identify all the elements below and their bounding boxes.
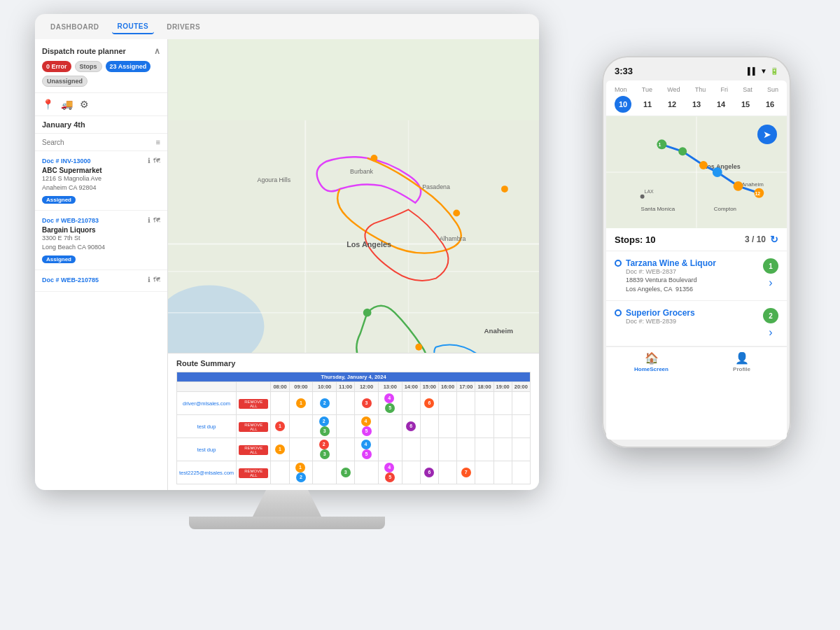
stop-item-0: Doc # INV-13000 ℹ 🗺 ABC Supermarket 1216… xyxy=(35,151,167,211)
bottom-btn-home[interactable]: 🏠 HomeScreen xyxy=(606,351,696,372)
phone-stop-card-1: Superior Grocers Doc #: WEB-2839 2 › xyxy=(606,301,787,346)
sidebar-items-list: Doc # INV-13000 ℹ 🗺 ABC Supermarket 1216… xyxy=(35,151,167,490)
monitor-screen: DASHBOARD ROUTES DRIVERS Dispatch route … xyxy=(35,14,539,490)
wifi-icon: ▼ xyxy=(760,67,767,75)
phone-stop-1-circle xyxy=(615,309,622,316)
stop-1-status: Assigned xyxy=(42,255,76,263)
sidebar-badges: 0 Error Stops 23 Assigned Unassigned xyxy=(42,61,160,87)
phone-stop-0-name[interactable]: Tarzana Wine & Liquor xyxy=(626,258,716,268)
cal-date-15[interactable]: 15 xyxy=(737,96,754,113)
cal-date-10[interactable]: 10 xyxy=(615,96,631,113)
svg-text:LAX: LAX xyxy=(645,189,654,194)
col-action xyxy=(237,382,271,392)
svg-text:12: 12 xyxy=(755,191,760,196)
phone-outer: 3:33 ▌▌ ▼ 🔋 Mon Tue Wed Thu Fri Sa xyxy=(602,56,791,448)
cal-day-sat: Sat xyxy=(743,86,752,93)
phone-stop-1-details: Superior Grocers Doc #: WEB-2839 xyxy=(626,308,695,326)
cal-date-14[interactable]: 14 xyxy=(713,96,729,113)
cal-date-11[interactable]: 11 xyxy=(639,96,656,113)
stop-2-map-icon[interactable]: 🗺 xyxy=(153,276,160,284)
cal-day-thu: Thu xyxy=(695,86,706,93)
phone-stop-1-doc: Doc #: WEB-2839 xyxy=(626,318,695,325)
phone-stop-1-right: 2 › xyxy=(763,308,778,339)
monitor-content: Dispatch route planner ∧ 0 Error Stops 2… xyxy=(35,39,539,490)
phone-stop-1-content: Superior Grocers Doc #: WEB-2839 xyxy=(615,308,763,326)
svg-text:Burbank: Burbank xyxy=(350,168,373,175)
sidebar-icons-row: 📍 🚚 ⚙ xyxy=(35,93,167,116)
search-input[interactable] xyxy=(42,139,153,146)
stop-2-info-icon[interactable]: ℹ xyxy=(148,276,150,284)
svg-text:Los Angeles: Los Angeles xyxy=(346,240,391,248)
monitor-base xyxy=(189,517,385,529)
stop-0-name: ABC Supermarket xyxy=(42,167,160,174)
refresh-icon[interactable]: ↻ xyxy=(770,234,778,245)
truck-icon[interactable]: 🚚 xyxy=(61,99,73,110)
col-08: 08:00 xyxy=(271,382,289,392)
cal-date-13[interactable]: 13 xyxy=(688,96,705,113)
badge-assigned: 23 Assigned xyxy=(106,61,151,72)
phone-stops-bar: Stops: 10 3 / 10 ↻ xyxy=(606,228,787,251)
sidebar-search-row: ≡ xyxy=(35,134,167,151)
tab-routes[interactable]: ROUTES xyxy=(112,20,155,34)
driver-2-remove[interactable]: REMOVE ALL xyxy=(237,438,271,461)
navigation-arrow[interactable]: ➤ xyxy=(757,125,777,144)
phone-stop-1-chevron[interactable]: › xyxy=(769,326,772,339)
cal-date-16[interactable]: 16 xyxy=(762,96,778,113)
sidebar-header: Dispatch route planner ∧ 0 Error Stops 2… xyxy=(35,39,167,93)
cal-date-12[interactable]: 12 xyxy=(664,96,680,113)
phone-stop-1-name[interactable]: Superior Grocers xyxy=(626,308,695,318)
stop-item-0-header: Doc # INV-13000 ℹ 🗺 xyxy=(42,157,160,164)
phone-map: Los Angeles Santa Monica Compton Anaheim xyxy=(606,116,787,228)
phone-calendar: Mon Tue Wed Thu Fri Sat Sun 10 11 12 13 … xyxy=(606,80,787,116)
svg-text:Anaheim: Anaheim xyxy=(742,181,764,188)
driver-0-remove[interactable]: REMOVE ALL xyxy=(237,392,271,415)
route-summary: Route Summary Thursday, January 4, 2024 … xyxy=(168,353,539,490)
svg-point-32 xyxy=(713,167,722,177)
col-17: 17:00 xyxy=(457,382,475,392)
col-09: 09:00 xyxy=(289,382,313,392)
cal-day-fri: Fri xyxy=(721,86,729,93)
driver-1-remove[interactable]: REMOVE ALL xyxy=(237,415,271,438)
svg-text:Anaheim: Anaheim xyxy=(484,327,513,335)
col-10: 10:00 xyxy=(313,382,337,392)
stop-0-map-icon[interactable]: 🗺 xyxy=(153,157,160,164)
route-table-date-header: Thursday, January 4, 2024 xyxy=(177,372,531,382)
stop-item-1-header: Doc # WEB-210783 ℹ 🗺 xyxy=(42,216,160,224)
stops-counter: 3 / 10 ↻ xyxy=(745,234,778,245)
col-20: 20:00 xyxy=(512,382,530,392)
sidebar-title-text: Dispatch route planner xyxy=(42,47,126,55)
driver-3-remove[interactable]: REMOVE ALL xyxy=(237,461,271,484)
phone-stop-0-addr: 18839 Ventura BoulevardLos Angeles, CA 9… xyxy=(626,276,716,293)
svg-point-17 xyxy=(501,186,508,192)
badge-error: 0 Error xyxy=(42,61,71,72)
stops-label: Stops: 10 xyxy=(615,234,656,245)
tab-drivers[interactable]: DRIVERS xyxy=(161,20,206,34)
phone-stop-0-chevron[interactable]: › xyxy=(769,276,772,289)
bottom-btn-profile[interactable]: 👤 Profile xyxy=(696,351,787,372)
tab-dashboard[interactable]: DASHBOARD xyxy=(45,20,105,34)
stop-1-map-icon[interactable]: 🗺 xyxy=(153,216,160,224)
phone-stop-0-right: 1 › xyxy=(763,258,778,289)
settings-icon[interactable]: ⚙ xyxy=(80,99,89,110)
filter-icon[interactable]: ≡ xyxy=(156,138,160,146)
phone-stop-0-content: Tarzana Wine & Liquor Doc #: WEB-2837 18… xyxy=(615,258,763,293)
monitor: DASHBOARD ROUTES DRIVERS Dispatch route … xyxy=(35,14,567,616)
stop-2-icons: ℹ 🗺 xyxy=(148,276,160,284)
stop-1-name: Bargain Liquors xyxy=(42,226,160,234)
stop-item-2-header: Doc # WEB-210785 ℹ 🗺 xyxy=(42,276,160,284)
location-icon[interactable]: 📍 xyxy=(42,99,54,110)
phone-bottom-bar: 🏠 HomeScreen 👤 Profile xyxy=(606,346,787,375)
cal-day-sun: Sun xyxy=(767,86,778,93)
chevron-up-icon[interactable]: ∧ xyxy=(154,46,160,56)
stop-1-info-icon[interactable]: ℹ xyxy=(148,216,150,224)
badge-unassigned: Unassigned xyxy=(42,76,88,87)
svg-point-33 xyxy=(734,181,743,191)
cal-day-mon: Mon xyxy=(615,86,627,93)
stop-item-1: Doc # WEB-210783 ℹ 🗺 Bargain Liquors 330… xyxy=(35,211,167,270)
stop-0-info-icon[interactable]: ℹ xyxy=(148,157,150,164)
stop-0-icons: ℹ 🗺 xyxy=(148,157,160,164)
phone-stop-0-row: Tarzana Wine & Liquor Doc #: WEB-2837 18… xyxy=(615,258,778,293)
stop-item-2: Doc # WEB-210785 ℹ 🗺 xyxy=(35,270,167,292)
col-15: 15:00 xyxy=(420,382,438,392)
col-16: 16:00 xyxy=(439,382,457,392)
